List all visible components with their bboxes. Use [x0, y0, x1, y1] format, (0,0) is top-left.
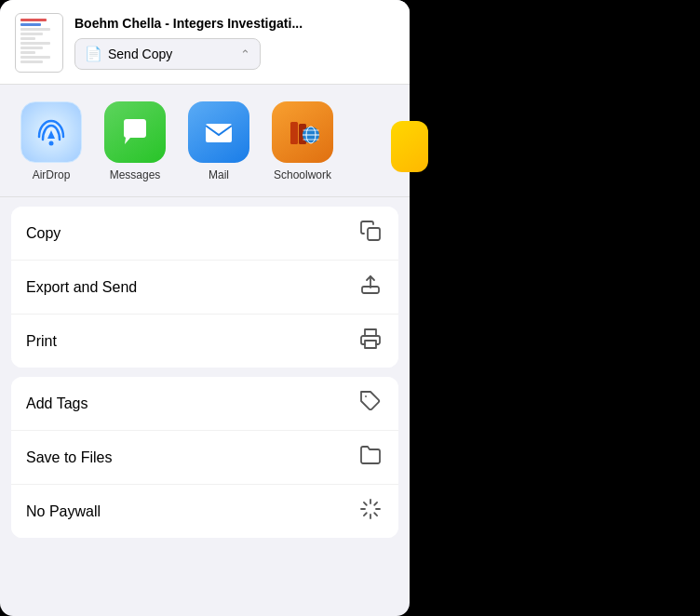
- svg-line-19: [364, 513, 367, 516]
- print-action[interactable]: Print: [11, 315, 398, 368]
- right-panel: [410, 0, 700, 616]
- mail-icon: [188, 101, 249, 163]
- folder-icon: [357, 444, 384, 471]
- yellow-peek-icon: [391, 121, 428, 172]
- copy-action[interactable]: Copy: [11, 207, 398, 261]
- messages-icon: [104, 101, 166, 163]
- export-icon: [357, 274, 384, 301]
- svg-rect-11: [365, 341, 376, 348]
- loader-icon: [357, 498, 384, 525]
- svg-line-20: [374, 502, 377, 505]
- airdrop-svg: [32, 113, 71, 152]
- svg-point-0: [49, 141, 54, 146]
- svg-rect-9: [368, 228, 380, 240]
- messages-label: Messages: [110, 168, 161, 181]
- apps-row: AirDrop Messages Mail: [0, 85, 410, 197]
- schoolwork-label: Schoolwork: [274, 168, 331, 181]
- chevron-icon: ⌃: [240, 47, 250, 61]
- svg-line-15: [364, 502, 367, 505]
- add-tags-label: Add Tags: [26, 395, 88, 412]
- header-info: Boehm Chella - Integers Investigati... 📄…: [74, 16, 395, 71]
- app-mail[interactable]: Mail: [177, 101, 261, 181]
- action-list: Copy Export and Send: [0, 197, 410, 616]
- save-to-files-action[interactable]: Save to Files: [11, 431, 398, 485]
- header: Boehm Chella - Integers Investigati... 📄…: [0, 0, 410, 85]
- airdrop-label: AirDrop: [33, 168, 71, 181]
- messages-svg: [117, 114, 153, 150]
- export-send-action[interactable]: Export and Send: [11, 261, 398, 315]
- no-paywall-label: No Paywall: [26, 503, 101, 520]
- app-schoolwork[interactable]: Schoolwork: [261, 101, 344, 181]
- copy-icon: [357, 220, 384, 247]
- action-section-2: Add Tags Save to Files No Paywall: [11, 377, 398, 538]
- copy-label: Copy: [26, 225, 61, 242]
- schoolwork-icon: [272, 101, 333, 163]
- mail-label: Mail: [209, 168, 229, 181]
- print-icon: [357, 328, 384, 355]
- schoolwork-svg: [285, 114, 320, 150]
- save-to-files-label: Save to Files: [26, 449, 112, 466]
- doc-icon: 📄: [85, 46, 102, 62]
- tag-icon: [357, 390, 384, 417]
- doc-thumbnail: [15, 13, 63, 73]
- doc-title: Boehm Chella - Integers Investigati...: [74, 16, 395, 32]
- no-paywall-action[interactable]: No Paywall: [11, 485, 398, 538]
- app-airdrop[interactable]: AirDrop: [9, 101, 93, 181]
- add-tags-action[interactable]: Add Tags: [11, 377, 398, 431]
- svg-line-16: [374, 513, 377, 516]
- send-copy-label: Send Copy: [108, 47, 172, 61]
- airdrop-icon: [20, 101, 82, 163]
- share-panel: Boehm Chella - Integers Investigati... 📄…: [0, 0, 410, 616]
- mail-svg: [201, 114, 236, 150]
- print-label: Print: [26, 333, 57, 350]
- send-copy-button[interactable]: 📄 Send Copy ⌃: [74, 38, 261, 70]
- action-section-1: Copy Export and Send: [11, 207, 398, 368]
- export-send-label: Export and Send: [26, 279, 137, 296]
- app-messages[interactable]: Messages: [93, 101, 177, 181]
- svg-rect-2: [290, 122, 298, 144]
- svg-rect-1: [206, 124, 232, 142]
